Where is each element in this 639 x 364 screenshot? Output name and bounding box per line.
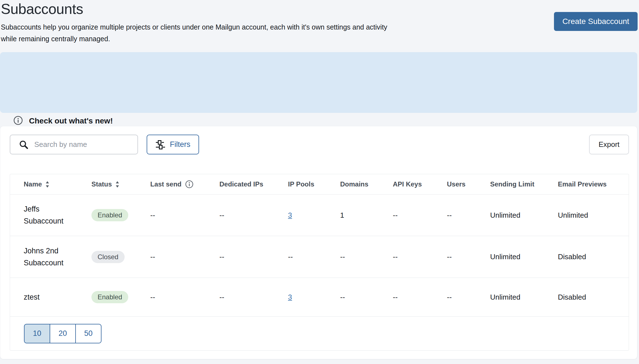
column-header-status[interactable]: Status bbox=[91, 180, 150, 188]
sort-icon[interactable] bbox=[45, 181, 49, 188]
cell-value: -- bbox=[447, 253, 452, 261]
cell-value: Disabled bbox=[558, 253, 586, 261]
cell-value: -- bbox=[340, 253, 345, 261]
cell-value: -- bbox=[219, 211, 224, 219]
cell-users: -- bbox=[447, 211, 490, 220]
column-label: Domains bbox=[340, 180, 368, 188]
page-title: Subaccounts bbox=[1, 1, 83, 17]
status-badge: Closed bbox=[91, 251, 125, 263]
cell-value: -- bbox=[219, 253, 224, 261]
search-input[interactable] bbox=[34, 140, 129, 149]
column-label: Sending Limit bbox=[490, 180, 534, 188]
info-circle-icon bbox=[13, 116, 23, 125]
status-badge: Enabled bbox=[91, 291, 128, 303]
column-header-domains: Domains bbox=[340, 180, 393, 188]
filters-sliders-icon bbox=[155, 140, 166, 150]
cell-api-keys: -- bbox=[393, 253, 447, 261]
cell-value: Unlimited bbox=[490, 293, 520, 301]
column-label: IP Pools bbox=[288, 180, 314, 188]
page-size-50[interactable]: 50 bbox=[75, 324, 101, 343]
whats-new-banner: Check out what's new! The table below ha… bbox=[0, 52, 637, 113]
cell-status: Enabled bbox=[91, 209, 150, 221]
cell-sending-limit: Unlimited bbox=[490, 293, 558, 302]
cell-value: -- bbox=[150, 253, 155, 261]
create-subaccount-button[interactable]: Create Subaccount bbox=[554, 12, 638, 31]
cell-last-send: -- bbox=[150, 211, 219, 220]
cell-value: 1 bbox=[340, 211, 344, 219]
cell-dedicated-ips: -- bbox=[219, 293, 288, 302]
subaccount-name: Jeffs Subaccount bbox=[24, 203, 91, 227]
cell-sending-limit: Unlimited bbox=[490, 253, 558, 261]
cell-last-send: -- bbox=[150, 253, 219, 261]
cell-value: -- bbox=[393, 211, 398, 219]
column-header-api-keys: API Keys bbox=[393, 180, 447, 188]
ip-pools-link[interactable]: 3 bbox=[288, 293, 292, 301]
cell-value: Unlimited bbox=[490, 253, 520, 261]
cell-value: -- bbox=[447, 211, 452, 219]
column-label: Status bbox=[91, 180, 112, 188]
column-label: Users bbox=[447, 180, 466, 188]
page-size-selector: 102050 bbox=[24, 324, 101, 343]
cell-value: -- bbox=[288, 253, 293, 261]
cell-name: Johns 2nd Subaccount bbox=[24, 245, 91, 269]
search-icon bbox=[10, 140, 29, 150]
subaccount-name: ztest bbox=[24, 291, 91, 303]
cell-users: -- bbox=[447, 253, 490, 261]
cell-value: Unlimited bbox=[558, 211, 588, 219]
ip-pools-link[interactable]: 3 bbox=[288, 211, 292, 219]
cell-value: -- bbox=[150, 293, 155, 301]
filters-label: Filters bbox=[170, 140, 190, 149]
cell-dedicated-ips: -- bbox=[219, 253, 288, 261]
cell-api-keys: -- bbox=[393, 293, 447, 302]
cell-domains: -- bbox=[340, 293, 393, 302]
cell-domains: -- bbox=[340, 253, 393, 261]
cell-ip-pools: -- bbox=[288, 253, 340, 261]
info-icon[interactable] bbox=[185, 180, 193, 188]
column-header-email-previews: Email Previews bbox=[558, 180, 629, 188]
search-box[interactable] bbox=[10, 135, 138, 154]
cell-value: Unlimited bbox=[490, 211, 520, 219]
cell-email-previews: Disabled bbox=[558, 293, 629, 302]
cell-email-previews: Unlimited bbox=[558, 211, 629, 220]
page-size-10[interactable]: 10 bbox=[24, 324, 50, 343]
cell-ip-pools: 3 bbox=[288, 211, 340, 220]
cell-dedicated-ips: -- bbox=[219, 211, 288, 220]
table-row: ztestEnabled----3------UnlimitedDisabled bbox=[10, 278, 629, 316]
cell-value: -- bbox=[447, 293, 452, 301]
cell-email-previews: Disabled bbox=[558, 253, 629, 261]
subaccounts-card: Filters Export NameStatusLast sendDedica… bbox=[0, 126, 637, 359]
column-header-sending-limit: Sending Limit bbox=[490, 180, 558, 188]
filters-button[interactable]: Filters bbox=[147, 135, 199, 154]
cell-domains: 1 bbox=[340, 211, 393, 220]
table-row: Johns 2nd SubaccountClosed------------Un… bbox=[10, 236, 629, 278]
column-label: Name bbox=[24, 180, 42, 188]
column-header-dedicated-ips: Dedicated IPs bbox=[219, 180, 288, 188]
column-header-users: Users bbox=[447, 180, 490, 188]
cell-status: Enabled bbox=[91, 291, 150, 303]
cell-value: -- bbox=[393, 253, 398, 261]
cell-name: ztest bbox=[24, 291, 91, 303]
page-description: Subaccounts help you organize multiple p… bbox=[1, 21, 402, 45]
table-header-row: NameStatusLast sendDedicated IPsIP Pools… bbox=[10, 174, 629, 194]
export-button[interactable]: Export bbox=[589, 135, 629, 154]
banner-title: Check out what's new! bbox=[29, 117, 113, 125]
column-label: Email Previews bbox=[558, 180, 607, 188]
cell-sending-limit: Unlimited bbox=[490, 211, 558, 220]
cell-api-keys: -- bbox=[393, 211, 447, 220]
cell-value: -- bbox=[393, 293, 398, 301]
column-header-last-send: Last send bbox=[150, 180, 219, 188]
status-badge: Enabled bbox=[91, 209, 128, 221]
table-row: Jeffs SubaccountEnabled----31----Unlimit… bbox=[10, 194, 629, 236]
subaccount-name: Johns 2nd Subaccount bbox=[24, 245, 91, 269]
cell-value: -- bbox=[340, 293, 345, 301]
column-label: Dedicated IPs bbox=[219, 180, 263, 188]
page-size-20[interactable]: 20 bbox=[50, 324, 76, 343]
column-label: API Keys bbox=[393, 180, 422, 188]
column-label: Last send bbox=[150, 180, 181, 188]
subaccounts-table: NameStatusLast sendDedicated IPsIP Pools… bbox=[10, 174, 629, 351]
column-header-name[interactable]: Name bbox=[24, 180, 91, 188]
cell-users: -- bbox=[447, 293, 490, 302]
cell-value: -- bbox=[219, 293, 224, 301]
sort-icon[interactable] bbox=[115, 181, 119, 188]
cell-last-send: -- bbox=[150, 293, 219, 302]
